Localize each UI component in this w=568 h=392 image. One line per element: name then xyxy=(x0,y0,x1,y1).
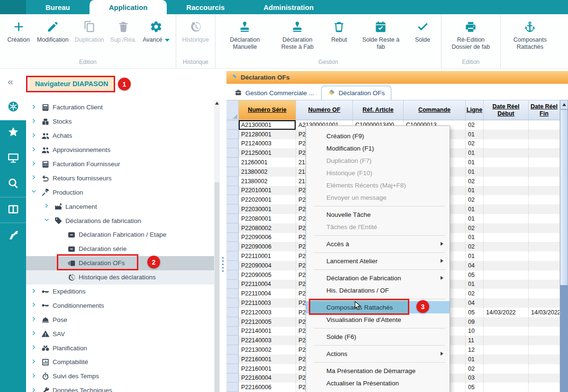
table-cell[interactable]: 11 xyxy=(466,336,484,345)
tree-item-planification[interactable]: Planification xyxy=(26,341,214,355)
topbar-tab-application[interactable]: Application xyxy=(90,0,167,14)
table-cell[interactable] xyxy=(529,148,560,158)
column-header-commande[interactable]: Commande xyxy=(404,100,466,120)
table-cell[interactable] xyxy=(484,130,529,139)
table-cell[interactable]: 04 xyxy=(466,261,484,270)
table-cell[interactable] xyxy=(484,327,529,336)
table-cell[interactable]: 01 xyxy=(466,205,484,214)
table-cell[interactable] xyxy=(484,345,529,355)
row-header-cell[interactable] xyxy=(226,242,239,251)
row-header-cell[interactable] xyxy=(226,214,239,223)
table-cell[interactable]: P21250001 xyxy=(239,148,296,158)
table-cell[interactable]: 02 xyxy=(466,139,484,149)
table-cell[interactable]: 01 xyxy=(466,214,484,223)
table-cell[interactable]: 02 xyxy=(466,242,484,251)
table-cell[interactable]: P22110001 xyxy=(239,251,296,261)
table-cell[interactable] xyxy=(484,158,529,167)
table-cell[interactable]: P22020001 xyxy=(239,195,296,205)
table-cell[interactable] xyxy=(484,374,529,383)
table-cell[interactable] xyxy=(529,177,560,186)
menu-item-his-declarations-of[interactable]: His. Déclarations / OF xyxy=(306,284,450,296)
table-cell[interactable]: P22090006 xyxy=(239,242,296,251)
table-cell[interactable]: 01 xyxy=(466,186,484,196)
tree-item-approvisionnements[interactable]: Approvisionnements xyxy=(26,143,214,157)
column-header-numero-serie[interactable]: Numéro Série xyxy=(239,100,296,120)
menu-item-envoyer-un-message[interactable]: Envoyer un message xyxy=(306,191,450,204)
tree-item-lancement[interactable]: Lancement xyxy=(26,199,214,214)
table-cell[interactable]: P21240003 xyxy=(239,139,296,149)
scroll-up-icon[interactable] xyxy=(215,102,219,105)
table-cell[interactable] xyxy=(529,186,560,196)
menu-item-lancement-atelier[interactable]: Lancement Atelier xyxy=(306,255,450,267)
row-header-cell[interactable] xyxy=(226,251,239,261)
table-cell[interactable]: 01 xyxy=(466,251,484,261)
row-header-cell[interactable] xyxy=(226,298,239,308)
table-cell[interactable] xyxy=(529,317,560,327)
table-cell[interactable] xyxy=(529,280,560,289)
row-header-cell[interactable] xyxy=(226,167,239,177)
chevron-right-icon[interactable] xyxy=(29,174,38,182)
table-cell[interactable]: P22110003 xyxy=(239,298,296,308)
doc-tab-declaration-ofs[interactable]: Déclaration OFs xyxy=(321,86,392,100)
row-header-cell[interactable] xyxy=(226,177,239,186)
grid-scrollbar-thumb[interactable] xyxy=(560,109,568,285)
row-header-cell[interactable] xyxy=(226,327,239,336)
table-cell[interactable] xyxy=(529,167,560,177)
table-cell[interactable] xyxy=(484,251,529,261)
tree-item-declaration-fabrication-etape[interactable]: Déclaration Fabrication / Etape xyxy=(26,228,214,242)
chevron-right-icon[interactable] xyxy=(29,160,38,169)
table-cell[interactable]: 12 xyxy=(466,345,484,355)
table-cell[interactable]: P22090004 xyxy=(239,261,296,270)
menu-item-nouvelle-tache[interactable]: Nouvelle Tâche xyxy=(306,208,450,221)
table-cell[interactable]: P22160001 xyxy=(239,355,296,364)
table-cell[interactable]: 01 xyxy=(466,167,484,177)
table-cell[interactable] xyxy=(484,317,529,327)
row-header-cell[interactable] xyxy=(226,345,239,355)
table-cell[interactable]: P22080002 xyxy=(239,223,296,233)
panel-splitter[interactable] xyxy=(220,69,226,392)
row-header-cell[interactable] xyxy=(226,205,239,214)
table-cell[interactable] xyxy=(484,177,529,186)
table-cell[interactable] xyxy=(529,345,560,355)
composants-rattaches-button[interactable]: Composants Rattachés xyxy=(507,20,553,51)
solde-button[interactable]: Solde xyxy=(410,20,435,44)
row-header-cell[interactable] xyxy=(226,261,239,270)
table-cell[interactable]: 21380002 xyxy=(239,167,296,177)
table-cell[interactable]: 05 xyxy=(466,383,484,392)
table-cell[interactable] xyxy=(529,383,560,392)
topbar-tab-raccourcis[interactable]: Raccourcis xyxy=(167,0,244,14)
row-header-cell[interactable] xyxy=(226,148,239,158)
menu-item-duplication-f7[interactable]: Duplication (F7) xyxy=(306,154,450,167)
row-header-cell[interactable] xyxy=(226,336,239,345)
table-cell[interactable] xyxy=(529,355,560,364)
table-cell[interactable] xyxy=(529,336,560,345)
re-edition-dossier-de-fab-button[interactable]: Ré-Edition Dossier de fab xyxy=(448,20,494,51)
table-cell[interactable]: 02 xyxy=(466,364,484,374)
row-header-cell[interactable] xyxy=(226,355,239,364)
menu-item-historique-f10[interactable]: Historique (F10) xyxy=(306,167,450,179)
row-header-cell[interactable] xyxy=(226,233,239,242)
table-cell[interactable]: 01 xyxy=(466,158,484,167)
grid-scrollbar[interactable] xyxy=(560,100,568,392)
table-cell[interactable]: 02 xyxy=(466,177,484,186)
menu-item-taches-de-l-entite[interactable]: Tâches de l'Entité xyxy=(306,221,450,233)
table-cell[interactable] xyxy=(484,289,529,298)
row-header-cell[interactable] xyxy=(226,223,239,233)
table-cell[interactable]: 05 xyxy=(466,270,484,280)
menu-item-acces-a[interactable]: Accès à xyxy=(306,238,450,250)
chevron-down-icon[interactable] xyxy=(42,216,51,225)
table-cell[interactable]: A21300001 xyxy=(239,120,296,130)
rebut-button[interactable]: Rebut xyxy=(327,20,352,44)
table-cell[interactable]: P22090005 xyxy=(239,270,296,280)
table-cell[interactable] xyxy=(484,139,529,149)
menu-item-actualiser-la-presentation[interactable]: Actualiser la Présentation xyxy=(306,377,450,389)
table-cell[interactable] xyxy=(529,364,560,374)
table-cell[interactable] xyxy=(484,223,529,233)
row-header-cell[interactable] xyxy=(226,195,239,205)
topbar-tab-bureau[interactable]: Bureau xyxy=(26,0,90,14)
row-header-cell[interactable] xyxy=(226,289,239,298)
row-header-cell[interactable] xyxy=(226,158,239,167)
table-cell[interactable] xyxy=(529,205,560,214)
table-cell[interactable]: 02 xyxy=(466,120,484,130)
declaration-reste-a-fab-button[interactable]: Déclaration Reste à Fab xyxy=(274,20,321,51)
